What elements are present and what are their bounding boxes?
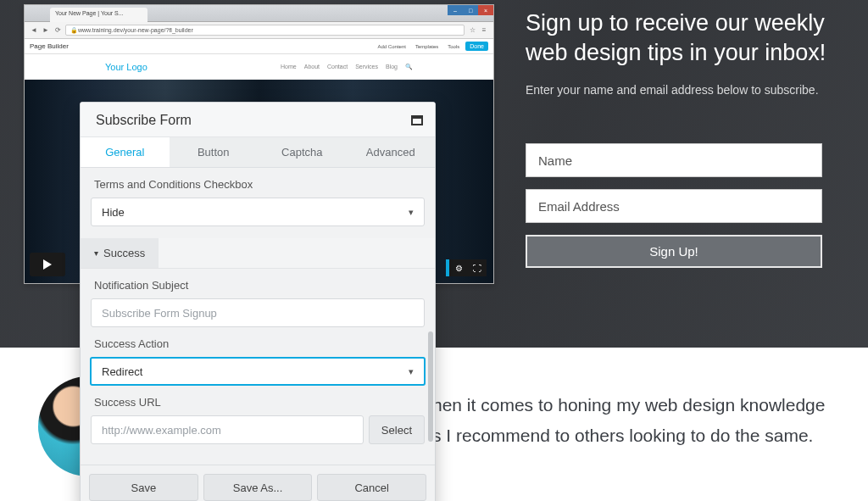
email-field[interactable]: Email Address <box>526 189 822 223</box>
star-icon[interactable]: ☆ <box>468 26 476 35</box>
notification-label: Notification Subject <box>81 269 435 298</box>
panel-body: Terms and Conditions Checkbox Hide ▾ ▾ S… <box>81 168 435 465</box>
success-url-input[interactable]: http://www.example.com <box>91 415 364 444</box>
nav-services[interactable]: Services <box>355 64 378 70</box>
save-as-button[interactable]: Save As... <box>203 474 313 501</box>
done-button[interactable]: Done <box>465 42 488 51</box>
testimonial-text: hen it comes to honing my web design kno… <box>432 390 834 450</box>
tab-advanced[interactable]: Advanced <box>347 137 436 167</box>
panel-titlebar: Subscribe Form <box>81 103 435 137</box>
tab-general[interactable]: General <box>81 137 170 167</box>
section-success-label: Success <box>103 247 145 259</box>
success-url-label: Success URL <box>81 386 435 415</box>
tab-captcha[interactable]: Captcha <box>258 137 347 167</box>
maximize-button[interactable]: □ <box>463 5 478 15</box>
minimize-button[interactable]: – <box>448 5 463 15</box>
site-logo[interactable]: Your Logo <box>105 62 147 72</box>
address-bar-row: ◄ ► ⟳ 🔒 www.training.dev/your-new-page/?… <box>25 22 493 39</box>
nav-about[interactable]: About <box>304 64 320 70</box>
page-builder-bar: Page Builder Add Content Templates Tools… <box>25 39 493 54</box>
add-content-button[interactable]: Add Content <box>375 43 409 50</box>
success-action-value: Redirect <box>102 365 142 378</box>
section-rest <box>159 238 435 268</box>
templates-button[interactable]: Templates <box>412 43 442 50</box>
section-success-tab[interactable]: ▾ Success <box>81 238 159 268</box>
nav-contact[interactable]: Contact <box>327 64 348 70</box>
panel-scrollbar[interactable] <box>428 331 433 442</box>
window-controls: – □ × <box>448 5 493 15</box>
browser-tab[interactable]: Your New Page | Your S... <box>50 8 147 22</box>
terms-label: Terms and Conditions Checkbox <box>81 168 435 198</box>
nav-home[interactable]: Home <box>281 64 297 70</box>
testimonial-line1: hen it comes to honing my web design kno… <box>432 390 834 420</box>
back-icon[interactable]: ◄ <box>30 26 38 35</box>
success-action-select[interactable]: Redirect ▾ <box>90 357 426 386</box>
window-icon[interactable] <box>411 115 423 125</box>
reload-icon[interactable]: ⟳ <box>53 26 62 35</box>
save-button[interactable]: Save <box>89 474 198 501</box>
panel-tabs: General Button Captcha Advanced <box>81 137 435 168</box>
hero-title: Sign up to receive our weekly web design… <box>526 8 834 68</box>
close-button[interactable]: × <box>478 5 493 15</box>
chevron-down-icon: ▾ <box>409 207 414 218</box>
page-header: Your Logo Home About Contact Services Bl… <box>25 54 493 80</box>
site-nav: Home About Contact Services Blog 🔍 <box>281 64 413 70</box>
terms-select[interactable]: Hide ▾ <box>91 198 425 226</box>
signup-button[interactable]: Sign Up! <box>526 235 822 268</box>
forward-icon[interactable]: ► <box>42 26 50 35</box>
play-icon <box>43 259 52 270</box>
fullscreen-icon[interactable]: ⛶ <box>468 259 487 276</box>
play-button[interactable] <box>30 253 65 276</box>
menu-icon[interactable]: ≡ <box>480 26 488 35</box>
tab-button[interactable]: Button <box>170 137 259 167</box>
select-url-button[interactable]: Select <box>369 415 425 444</box>
panel-footer: Save Save As... Cancel <box>81 465 435 501</box>
settings-panel: Subscribe Form General Button Captcha Ad… <box>80 102 436 501</box>
cancel-button[interactable]: Cancel <box>317 474 426 501</box>
terms-value: Hide <box>102 206 125 219</box>
address-bar[interactable]: 🔒 www.training.dev/your-new-page/?fl_bui… <box>65 25 465 36</box>
testimonial-line2: s I recommend to others looking to do th… <box>432 420 834 451</box>
url-text: www.training.dev/your-new-page/?fl_build… <box>78 27 193 33</box>
tools-button[interactable]: Tools <box>444 43 463 50</box>
browser-tabbar: Your New Page | Your S... – □ × <box>25 5 493 22</box>
video-right-controls: ⚙ ⛶ <box>446 259 487 276</box>
notification-input[interactable]: Subscribe Form Signup <box>91 298 425 327</box>
hero-content: Sign up to receive our weekly web design… <box>526 8 834 268</box>
search-icon[interactable]: 🔍 <box>405 64 413 70</box>
chevron-down-icon: ▾ <box>409 366 414 377</box>
section-success-header: ▾ Success <box>81 238 435 269</box>
success-action-label: Success Action <box>81 327 435 357</box>
name-field[interactable]: Name <box>526 143 822 177</box>
panel-title: Subscribe Form <box>96 113 192 128</box>
nav-blog[interactable]: Blog <box>386 64 398 70</box>
chevron-down-icon: ▾ <box>94 248 98 258</box>
page-builder-label: Page Builder <box>30 42 69 50</box>
settings-icon[interactable]: ⚙ <box>449 259 468 276</box>
hero-subtitle: Enter your name and email address below … <box>526 83 834 97</box>
success-url-row: http://www.example.com Select <box>91 415 425 444</box>
